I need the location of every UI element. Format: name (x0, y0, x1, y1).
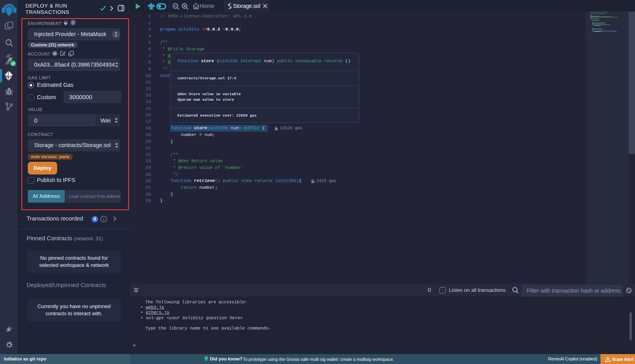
svg-text:i: i (103, 217, 104, 221)
